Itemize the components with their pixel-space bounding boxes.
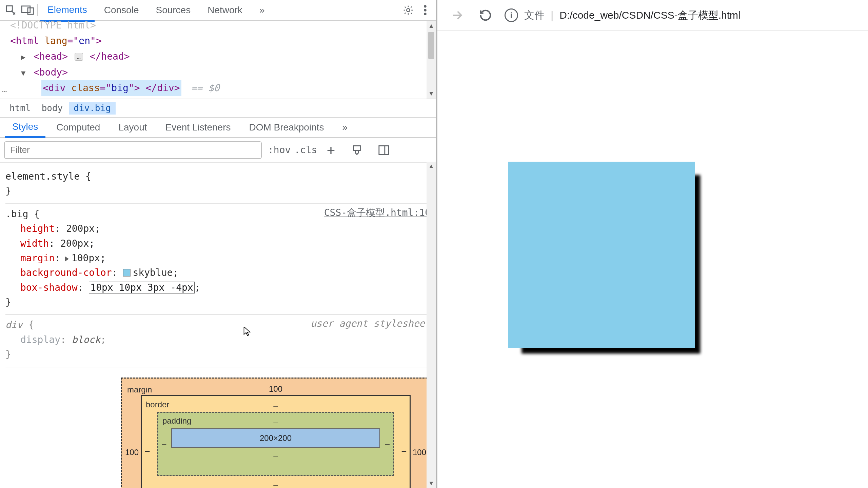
rule-div-ua[interactable]: user agent stylesheet div { display: blo… [5, 315, 431, 367]
tab-elements[interactable]: Elements [40, 0, 95, 22]
doctype-line: <!DOCTYPE html> [10, 21, 433, 33]
bm-content[interactable]: 200×200 [171, 428, 380, 448]
tab-sources[interactable]: Sources [148, 0, 198, 20]
prop-display: display: block; [5, 332, 431, 347]
bm-border-left[interactable]: – [145, 444, 150, 457]
editing-value[interactable]: 10px 10px 3px -4px [89, 282, 194, 293]
address-bar: i 文件 | D:/code_web/CSDN/CSS-盒子模型.html [437, 0, 868, 31]
selector-element-style: element.style [5, 171, 80, 182]
styles-toolbar: :hov .cls + [0, 138, 436, 163]
svg-point-4 [424, 5, 427, 8]
url-display[interactable]: i 文件 | D:/code_web/CSDN/CSS-盒子模型.html [505, 8, 741, 22]
scroll-down-icon[interactable]: ▼ [428, 89, 434, 99]
hov-toggle[interactable]: :hov [268, 144, 288, 156]
styles-scrollbar[interactable]: ▲ ▼ [427, 162, 436, 488]
bm-border-right[interactable]: – [402, 444, 406, 457]
bm-border-bottom[interactable]: – [157, 479, 394, 488]
scroll-down-icon[interactable]: ▼ [428, 479, 434, 488]
bm-margin-left[interactable]: 100 [125, 446, 139, 459]
subtab-computed[interactable]: Computed [49, 118, 107, 137]
subtab-dom-breakpoints[interactable]: DOM Breakpoints [242, 118, 332, 137]
styles-subtabs: Styles Computed Layout Event Listeners D… [0, 118, 436, 138]
prop-background-color[interactable]: background-color: skyblue; [5, 265, 431, 280]
dom-scrollbar[interactable]: ▲ ▼ [427, 21, 436, 99]
site-info-icon[interactable]: i [505, 8, 518, 22]
scroll-up-icon[interactable]: ▲ [428, 21, 434, 30]
forward-button[interactable] [448, 6, 467, 25]
body-open[interactable]: ▼ <body> [10, 65, 433, 80]
reload-button[interactable] [476, 6, 495, 25]
prop-margin[interactable]: margin: 100px; [5, 251, 431, 265]
rule-big[interactable]: CSS-盒子模型.html:10 .big { height: 200px; w… [5, 204, 431, 315]
expand-shorthand-icon[interactable] [65, 256, 69, 262]
bm-padding-right[interactable]: – [385, 438, 390, 450]
brush-icon[interactable] [347, 144, 368, 156]
url-prefix: 文件 [524, 8, 545, 22]
kebab-menu-icon[interactable] [418, 3, 433, 18]
prop-height[interactable]: height: 200px; [5, 221, 431, 236]
svg-point-6 [424, 13, 427, 16]
bm-margin-right[interactable]: 100 [413, 446, 426, 459]
page-viewport[interactable] [437, 31, 868, 488]
bm-padding-bottom[interactable]: – [171, 450, 380, 462]
prop-box-shadow[interactable]: box-shadow: 10px 10px 3px -4px; [5, 280, 431, 295]
selector-big[interactable]: .big [5, 208, 28, 220]
url-text: D:/code_web/CSDN/CSS-盒子模型.html [559, 8, 740, 22]
breadcrumb-divbig[interactable]: div.big [69, 102, 116, 115]
source-link[interactable]: CSS-盒子模型.html:10 [324, 205, 431, 220]
bm-border-label: border [146, 398, 169, 411]
bm-margin-top[interactable]: 100 [141, 383, 411, 395]
breadcrumb: html body div.big [0, 99, 436, 118]
dom-overflow-dots[interactable]: … [2, 83, 7, 97]
rule-element-style[interactable]: element.style { } [5, 166, 431, 204]
tabs-more[interactable]: » [252, 0, 272, 20]
source-ua: user agent stylesheet [311, 316, 431, 331]
bm-padding-left[interactable]: – [162, 438, 166, 450]
head-line[interactable]: ▶ <head> … </head> [10, 49, 433, 64]
subtab-event-listeners[interactable]: Event Listeners [158, 118, 238, 137]
styles-body[interactable]: element.style { } CSS-盒子模型.html:10 .big … [0, 163, 436, 488]
devtools-panel: Elements Console Sources Network » <!DOC… [0, 0, 437, 488]
gear-icon[interactable] [401, 3, 416, 18]
rendered-big-div [508, 162, 695, 348]
prop-width[interactable]: width: 200px; [5, 236, 431, 251]
dom-tree[interactable]: <!DOCTYPE html> <html lang="en"> ▶ <head… [0, 21, 436, 99]
inspect-icon[interactable] [3, 3, 18, 18]
bm-padding-top[interactable]: – [171, 416, 380, 428]
svg-rect-1 [22, 6, 30, 13]
box-model-diagram[interactable]: margin 100 100 100 border – – – padding [5, 367, 431, 488]
cls-toggle[interactable]: .cls [294, 144, 315, 156]
svg-rect-7 [354, 146, 360, 150]
ellipsis-badge[interactable]: … [75, 53, 83, 61]
selector-div: div [5, 319, 23, 330]
device-toggle-icon[interactable] [20, 3, 35, 18]
browser-pane: i 文件 | D:/code_web/CSDN/CSS-盒子模型.html [437, 0, 868, 488]
url-divider: | [551, 9, 553, 22]
styles-pane: :hov .cls + element.style { } CSS-盒子模型.h… [0, 138, 436, 488]
tab-network[interactable]: Network [200, 0, 250, 20]
subtabs-more[interactable]: » [335, 118, 355, 137]
devtools-topbar: Elements Console Sources Network » [0, 0, 436, 21]
bm-margin-label: margin [127, 383, 152, 396]
selected-element[interactable]: <div class="big"> </div> == $0 [10, 80, 433, 96]
breadcrumb-html[interactable]: html [5, 102, 36, 115]
scroll-up-icon[interactable]: ▲ [428, 162, 434, 171]
breadcrumb-body[interactable]: body [37, 102, 68, 115]
new-rule-button[interactable]: + [321, 142, 341, 158]
svg-point-3 [407, 8, 410, 12]
html-open[interactable]: <html lang="en"> [10, 33, 433, 49]
svg-point-5 [424, 9, 427, 12]
panel-layout-icon[interactable] [374, 144, 394, 156]
tab-console[interactable]: Console [97, 0, 146, 20]
svg-rect-8 [379, 146, 389, 155]
styles-filter-input[interactable] [4, 141, 262, 159]
bm-padding-label: padding [162, 414, 191, 427]
selected-hint: == $0 [191, 82, 219, 94]
subtab-layout[interactable]: Layout [111, 118, 154, 137]
subtab-styles[interactable]: Styles [5, 117, 45, 138]
bm-border-top[interactable]: – [157, 400, 394, 412]
scroll-thumb[interactable] [428, 32, 434, 59]
color-swatch[interactable] [123, 269, 131, 277]
